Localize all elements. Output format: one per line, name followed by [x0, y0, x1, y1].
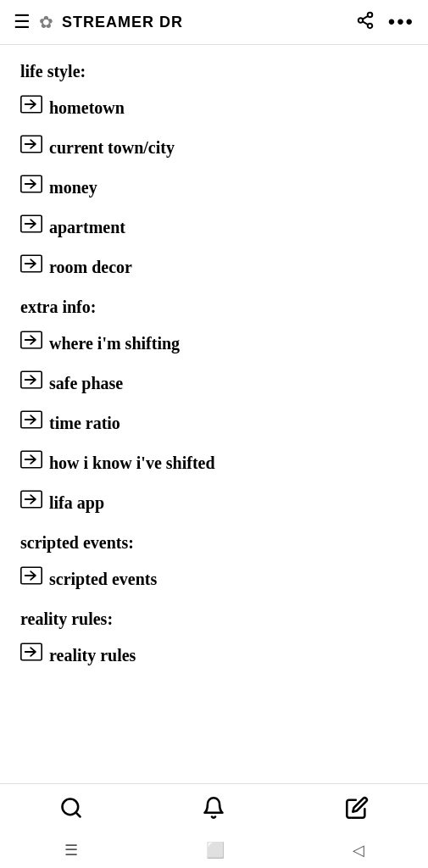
content-area: life style: hometown current town/city m…	[0, 45, 428, 783]
list-item[interactable]: where i'm shifting	[20, 322, 408, 362]
list-item-label: hometown	[49, 98, 125, 118]
list-item[interactable]: reality rules	[20, 634, 408, 674]
arrow-icon	[20, 566, 42, 589]
list-item[interactable]: time ratio	[20, 402, 408, 442]
list-item[interactable]: current town/city	[20, 126, 408, 166]
svg-line-3	[363, 21, 368, 25]
more-options-icon[interactable]: •••	[388, 10, 414, 34]
list-item-label: where i'm shifting	[49, 334, 180, 353]
arrow-icon	[20, 175, 42, 198]
top-bar: ☰ ✿ STREAMER DR •••	[0, 0, 428, 45]
arrow-icon	[20, 95, 42, 118]
arrow-icon	[20, 254, 42, 277]
section-heading: life style:	[20, 62, 408, 81]
top-bar-left: ☰ ✿ STREAMER DR	[14, 12, 183, 32]
list-item-label: money	[49, 178, 97, 198]
list-item-label: how i know i've shifted	[49, 453, 215, 473]
logo-icon: ✿	[39, 12, 53, 32]
list-item[interactable]: apartment	[20, 206, 408, 246]
list-item[interactable]: money	[20, 166, 408, 206]
arrow-icon	[20, 331, 42, 353]
arrow-icon	[20, 135, 42, 158]
list-item-label: safe phase	[49, 374, 123, 393]
list-item[interactable]: safe phase	[20, 362, 408, 402]
system-home-icon[interactable]: ⬜	[206, 841, 225, 860]
share-icon[interactable]	[356, 11, 375, 34]
list-item-label: reality rules	[49, 646, 136, 665]
arrow-icon	[20, 410, 42, 433]
arrow-icon	[20, 643, 42, 665]
bottom-nav	[0, 783, 428, 834]
section-heading: scripted events:	[20, 533, 408, 553]
list-item[interactable]: scripted events	[20, 558, 408, 598]
arrow-icon	[20, 214, 42, 237]
svg-line-4	[363, 15, 368, 19]
search-icon[interactable]	[59, 796, 83, 826]
system-back-icon[interactable]: ◁	[353, 841, 364, 860]
system-menu-icon[interactable]: ☰	[64, 841, 78, 860]
list-item-label: apartment	[49, 218, 125, 237]
list-item-label: current town/city	[49, 138, 175, 158]
system-nav-bar: ☰ ⬜ ◁	[0, 834, 428, 868]
top-bar-right: •••	[356, 10, 414, 34]
list-item-label: room decor	[49, 258, 132, 277]
section-heading: extra info:	[20, 298, 408, 317]
list-item-label: time ratio	[49, 414, 120, 433]
list-item[interactable]: lifa app	[20, 481, 408, 521]
section-heading: reality rules:	[20, 609, 408, 629]
list-item[interactable]: room decor	[20, 246, 408, 286]
arrow-icon	[20, 450, 42, 473]
hamburger-icon[interactable]: ☰	[14, 13, 31, 31]
list-item[interactable]: how i know i've shifted	[20, 442, 408, 481]
list-item-label: scripted events	[49, 570, 157, 589]
notifications-icon[interactable]	[202, 796, 225, 826]
list-item[interactable]: hometown	[20, 86, 408, 126]
svg-line-30	[76, 812, 81, 816]
edit-icon[interactable]	[345, 796, 369, 826]
arrow-icon	[20, 370, 42, 393]
list-item-label: lifa app	[49, 493, 104, 513]
app-title: STREAMER DR	[62, 14, 183, 31]
arrow-icon	[20, 490, 42, 513]
